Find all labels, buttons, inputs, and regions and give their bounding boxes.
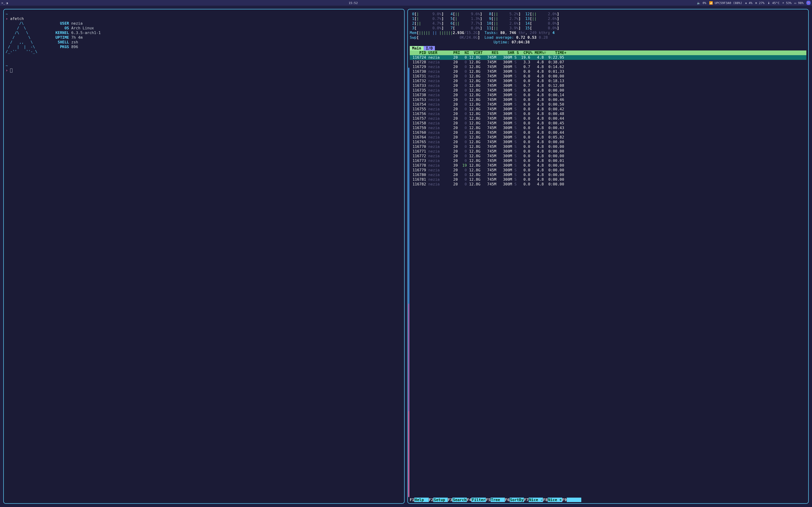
process-row[interactable]: 116773 nezia 20 0 12.8G 745M 300M S 0.0 … <box>410 158 806 163</box>
process-row[interactable]: 116765 nezia 20 0 12.8G 745M 300M S 0.0 … <box>410 139 806 144</box>
terminal-pane-right[interactable]: 0[| 9.0%] 4[|| 9.6%] 8[|| 5.2%] 12[|| 2.… <box>407 9 809 504</box>
process-list[interactable]: 116724 nezia 20 0 12.8G 745M 300M S 19.6… <box>410 55 806 502</box>
process-row[interactable]: 116753 nezia 20 0 12.8G 745M 300M S 0.0 … <box>410 97 806 102</box>
top-status-bar: >_ ◑ 15:52 🔈 0% 📶 UPC59F3A0 (88%) ❋ 4% ≡… <box>0 0 812 6</box>
htop-tabs: MainI/O <box>410 46 806 50</box>
brightness-indicator[interactable]: ☀ 53% <box>782 1 792 5</box>
volume-indicator[interactable]: 🔈 0% <box>697 1 706 5</box>
temp-indicator[interactable]: 🌡 45°C <box>767 1 779 5</box>
process-row[interactable]: 116778 nezia 39 19 12.8G 745M 300M S 0.0… <box>410 163 806 168</box>
process-row[interactable]: 116733 nezia 20 0 12.8G 745M 300M S 0.7 … <box>410 83 806 88</box>
obs-icon[interactable]: ◑ <box>6 1 9 5</box>
menu-indicator[interactable]: ≡ 27% <box>755 1 764 5</box>
discord-icon[interactable]: 👾 <box>806 1 811 5</box>
process-row[interactable]: 116724 nezia 20 0 12.8G 745M 300M S 19.6… <box>410 55 806 60</box>
process-row[interactable]: 116728 nezia 20 0 12.8G 745M 300M S 3.3 … <box>410 60 806 64</box>
scroll-gutter <box>408 68 409 497</box>
wifi-indicator[interactable]: 📶 UPC59F3A0 (88%) <box>709 1 742 5</box>
process-row[interactable]: 116755 nezia 20 0 12.8G 745M 300M S 0.0 … <box>410 107 806 111</box>
battery-indicator[interactable]: ▭ 98% <box>794 1 804 5</box>
process-row[interactable]: 116754 nezia 20 0 12.8G 745M 300M S 0.0 … <box>410 102 806 107</box>
process-row[interactable]: 116756 nezia 20 0 12.8G 745M 300M S 0.0 … <box>410 111 806 116</box>
clock: 15:52 <box>349 1 358 5</box>
process-row[interactable]: 116738 nezia 20 0 12.8G 745M 300M S 0.0 … <box>410 93 806 97</box>
process-row[interactable]: 116760 nezia 20 0 12.8G 745M 300M S 0.0 … <box>410 130 806 135</box>
process-row[interactable]: 116770 nezia 20 0 12.8G 745M 300M S 0.0 … <box>410 144 806 149</box>
htop-meters: 0[| 9.0%] 4[|| 9.6%] 8[|| 5.2%] 12[|| 2.… <box>410 12 806 45</box>
process-row[interactable]: 116730 nezia 20 0 12.8G 745M 300M S 0.0 … <box>410 69 806 74</box>
process-row[interactable]: 116732 nezia 20 0 12.8G 745M 300M S 0.0 … <box>410 78 806 83</box>
process-row[interactable]: 116757 nezia 20 0 12.8G 745M 300M S 0.0 … <box>410 116 806 121</box>
process-row[interactable]: 116781 nezia 20 0 12.8G 745M 300M S 0.0 … <box>410 177 806 182</box>
tab-io[interactable]: I/O <box>424 46 435 50</box>
terminal-pane-left[interactable]: ~ › afetch /\ USER nezia / \ OS Arch Lin… <box>3 9 405 504</box>
process-row[interactable]: 116782 nezia 20 0 12.8G 745M 300M S 0.0 … <box>410 182 806 186</box>
tab-main[interactable]: Main <box>410 46 424 50</box>
process-header[interactable]: PID USER PRI NI VIRT RES SHR S CPU% MEM%… <box>410 50 806 55</box>
shell-output: ~ › afetch /\ USER nezia / \ OS Arch Lin… <box>6 12 402 73</box>
process-row[interactable]: 116758 nezia 20 0 12.8G 745M 300M S 0.0 … <box>410 121 806 125</box>
process-row[interactable]: 116735 nezia 20 0 12.8G 745M 300M S 0.0 … <box>410 88 806 93</box>
process-row[interactable]: 116731 nezia 20 0 12.8G 745M 300M S 0.0 … <box>410 74 806 78</box>
gear-indicator[interactable]: ❋ 4% <box>745 1 752 5</box>
process-row[interactable]: 116779 nezia 20 0 12.8G 745M 300M S 0.0 … <box>410 168 806 172</box>
process-row[interactable]: 116729 nezia 20 0 12.8G 745M 300M S 0.7 … <box>410 64 806 69</box>
process-row[interactable]: 116780 nezia 20 0 12.8G 745M 300M S 0.0 … <box>410 172 806 177</box>
process-row[interactable]: 116772 nezia 20 0 12.8G 745M 300M S 0.0 … <box>410 154 806 158</box>
process-row[interactable]: 116764 nezia 20 0 12.8G 745M 300M S 0.0 … <box>410 135 806 139</box>
htop-function-keys[interactable]: F1Help F2Setup F3SearchF4FilterF5Tree F6… <box>410 498 806 502</box>
process-row[interactable]: 116771 nezia 20 0 12.8G 745M 300M S 0.0 … <box>410 149 806 154</box>
terminal-icon[interactable]: >_ <box>1 1 5 5</box>
process-row[interactable]: 116759 nezia 20 0 12.8G 745M 300M S 0.0 … <box>410 125 806 130</box>
